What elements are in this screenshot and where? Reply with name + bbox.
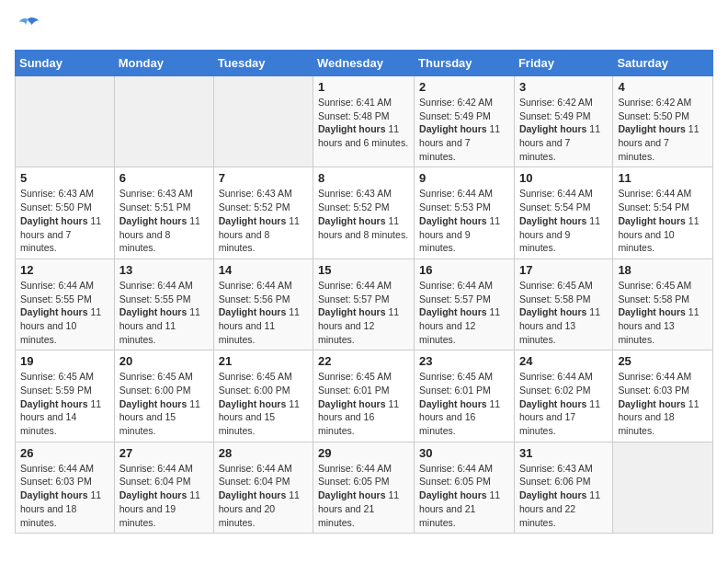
day-info: Sunrise: 6:44 AMSunset: 5:54 PMDaylight … bbox=[519, 187, 608, 254]
day-number: 28 bbox=[219, 446, 308, 460]
day-number: 6 bbox=[119, 171, 209, 185]
calendar-cell: 5Sunrise: 6:43 AMSunset: 5:50 PMDaylight… bbox=[16, 167, 115, 259]
day-number: 7 bbox=[219, 171, 308, 185]
day-info: Sunrise: 6:45 AMSunset: 6:00 PMDaylight … bbox=[119, 370, 209, 437]
calendar-cell: 26Sunrise: 6:44 AMSunset: 6:03 PMDayligh… bbox=[16, 442, 115, 533]
day-number: 13 bbox=[119, 263, 209, 277]
day-number: 25 bbox=[618, 354, 708, 368]
page-header bbox=[15, 15, 713, 40]
day-number: 9 bbox=[419, 171, 509, 185]
day-number: 10 bbox=[519, 171, 608, 185]
day-info: Sunrise: 6:44 AMSunset: 5:56 PMDaylight … bbox=[219, 279, 308, 346]
day-number: 23 bbox=[419, 354, 509, 368]
day-number: 4 bbox=[618, 80, 708, 94]
day-info: Sunrise: 6:44 AMSunset: 6:04 PMDaylight … bbox=[119, 462, 209, 529]
day-of-week-header: Saturday bbox=[613, 51, 713, 76]
calendar-cell: 21Sunrise: 6:45 AMSunset: 6:00 PMDayligh… bbox=[213, 350, 313, 442]
calendar-cell: 22Sunrise: 6:45 AMSunset: 6:01 PMDayligh… bbox=[313, 350, 414, 442]
calendar-cell: 14Sunrise: 6:44 AMSunset: 5:56 PMDayligh… bbox=[213, 259, 313, 350]
calendar-cell bbox=[114, 76, 213, 167]
day-number: 27 bbox=[119, 446, 209, 460]
logo-bird-icon bbox=[15, 15, 40, 40]
calendar-cell: 12Sunrise: 6:44 AMSunset: 5:55 PMDayligh… bbox=[16, 259, 115, 350]
calendar-cell: 3Sunrise: 6:42 AMSunset: 5:49 PMDaylight… bbox=[514, 76, 612, 167]
day-info: Sunrise: 6:41 AMSunset: 5:48 PMDaylight … bbox=[318, 96, 409, 150]
calendar-week-row: 19Sunrise: 6:45 AMSunset: 5:59 PMDayligh… bbox=[16, 350, 713, 442]
day-info: Sunrise: 6:44 AMSunset: 6:05 PMDaylight … bbox=[318, 462, 409, 529]
calendar-cell: 16Sunrise: 6:44 AMSunset: 5:57 PMDayligh… bbox=[415, 259, 515, 350]
day-number: 14 bbox=[219, 263, 308, 277]
day-info: Sunrise: 6:45 AMSunset: 6:01 PMDaylight … bbox=[318, 370, 409, 437]
day-info: Sunrise: 6:42 AMSunset: 5:50 PMDaylight … bbox=[618, 96, 708, 163]
day-of-week-header: Friday bbox=[514, 51, 612, 76]
day-number: 1 bbox=[318, 80, 409, 94]
calendar-cell: 19Sunrise: 6:45 AMSunset: 5:59 PMDayligh… bbox=[16, 350, 115, 442]
day-info: Sunrise: 6:44 AMSunset: 5:53 PMDaylight … bbox=[419, 187, 509, 254]
day-info: Sunrise: 6:44 AMSunset: 5:55 PMDaylight … bbox=[20, 279, 109, 346]
day-info: Sunrise: 6:43 AMSunset: 6:06 PMDaylight … bbox=[519, 462, 608, 529]
calendar-cell bbox=[213, 76, 313, 167]
calendar-cell: 15Sunrise: 6:44 AMSunset: 5:57 PMDayligh… bbox=[313, 259, 414, 350]
day-number: 8 bbox=[318, 171, 409, 185]
day-info: Sunrise: 6:42 AMSunset: 5:49 PMDaylight … bbox=[419, 96, 509, 163]
calendar-cell: 8Sunrise: 6:43 AMSunset: 5:52 PMDaylight… bbox=[313, 167, 414, 259]
calendar-table: SundayMondayTuesdayWednesdayThursdayFrid… bbox=[15, 50, 713, 534]
day-number: 18 bbox=[618, 263, 708, 277]
day-number: 20 bbox=[119, 354, 209, 368]
day-number: 22 bbox=[318, 354, 409, 368]
calendar-cell: 30Sunrise: 6:44 AMSunset: 6:05 PMDayligh… bbox=[415, 442, 515, 533]
day-number: 16 bbox=[419, 263, 509, 277]
day-of-week-header: Sunday bbox=[16, 51, 115, 76]
day-number: 5 bbox=[20, 171, 109, 185]
day-info: Sunrise: 6:42 AMSunset: 5:49 PMDaylight … bbox=[519, 96, 608, 163]
day-info: Sunrise: 6:45 AMSunset: 6:00 PMDaylight … bbox=[219, 370, 308, 437]
day-of-week-header: Wednesday bbox=[313, 51, 414, 76]
calendar-cell: 20Sunrise: 6:45 AMSunset: 6:00 PMDayligh… bbox=[114, 350, 213, 442]
day-info: Sunrise: 6:43 AMSunset: 5:51 PMDaylight … bbox=[119, 187, 209, 254]
calendar-week-row: 12Sunrise: 6:44 AMSunset: 5:55 PMDayligh… bbox=[16, 259, 713, 350]
day-of-week-header: Tuesday bbox=[213, 51, 313, 76]
day-info: Sunrise: 6:44 AMSunset: 6:04 PMDaylight … bbox=[219, 462, 308, 529]
day-number: 15 bbox=[318, 263, 409, 277]
day-of-week-header: Thursday bbox=[415, 51, 515, 76]
calendar-week-row: 26Sunrise: 6:44 AMSunset: 6:03 PMDayligh… bbox=[16, 442, 713, 533]
calendar-cell: 7Sunrise: 6:43 AMSunset: 5:52 PMDaylight… bbox=[213, 167, 313, 259]
calendar-cell: 24Sunrise: 6:44 AMSunset: 6:02 PMDayligh… bbox=[514, 350, 612, 442]
day-number: 2 bbox=[419, 80, 509, 94]
day-info: Sunrise: 6:45 AMSunset: 5:59 PMDaylight … bbox=[20, 370, 109, 437]
calendar-cell: 25Sunrise: 6:44 AMSunset: 6:03 PMDayligh… bbox=[613, 350, 713, 442]
day-info: Sunrise: 6:45 AMSunset: 5:58 PMDaylight … bbox=[618, 279, 708, 346]
day-number: 29 bbox=[318, 446, 409, 460]
calendar-week-row: 1Sunrise: 6:41 AMSunset: 5:48 PMDaylight… bbox=[16, 76, 713, 167]
day-number: 24 bbox=[519, 354, 608, 368]
day-of-week-header: Monday bbox=[114, 51, 213, 76]
day-number: 11 bbox=[618, 171, 708, 185]
calendar-cell: 2Sunrise: 6:42 AMSunset: 5:49 PMDaylight… bbox=[415, 76, 515, 167]
logo bbox=[15, 15, 44, 40]
calendar-cell: 29Sunrise: 6:44 AMSunset: 6:05 PMDayligh… bbox=[313, 442, 414, 533]
day-info: Sunrise: 6:44 AMSunset: 5:57 PMDaylight … bbox=[318, 279, 409, 346]
day-info: Sunrise: 6:44 AMSunset: 5:57 PMDaylight … bbox=[419, 279, 509, 346]
day-number: 30 bbox=[419, 446, 509, 460]
calendar-cell: 18Sunrise: 6:45 AMSunset: 5:58 PMDayligh… bbox=[613, 259, 713, 350]
day-number: 17 bbox=[519, 263, 608, 277]
calendar-cell: 28Sunrise: 6:44 AMSunset: 6:04 PMDayligh… bbox=[213, 442, 313, 533]
day-number: 31 bbox=[519, 446, 608, 460]
day-info: Sunrise: 6:45 AMSunset: 6:01 PMDaylight … bbox=[419, 370, 509, 437]
calendar-cell bbox=[613, 442, 713, 533]
calendar-cell: 11Sunrise: 6:44 AMSunset: 5:54 PMDayligh… bbox=[613, 167, 713, 259]
calendar-cell: 27Sunrise: 6:44 AMSunset: 6:04 PMDayligh… bbox=[114, 442, 213, 533]
day-info: Sunrise: 6:43 AMSunset: 5:50 PMDaylight … bbox=[20, 187, 109, 254]
day-number: 12 bbox=[20, 263, 109, 277]
day-info: Sunrise: 6:44 AMSunset: 6:05 PMDaylight … bbox=[419, 462, 509, 529]
day-info: Sunrise: 6:45 AMSunset: 5:58 PMDaylight … bbox=[519, 279, 608, 346]
calendar-cell bbox=[16, 76, 115, 167]
calendar-cell: 10Sunrise: 6:44 AMSunset: 5:54 PMDayligh… bbox=[514, 167, 612, 259]
calendar-cell: 4Sunrise: 6:42 AMSunset: 5:50 PMDaylight… bbox=[613, 76, 713, 167]
day-number: 21 bbox=[219, 354, 308, 368]
day-info: Sunrise: 6:44 AMSunset: 6:03 PMDaylight … bbox=[20, 462, 109, 529]
calendar-cell: 6Sunrise: 6:43 AMSunset: 5:51 PMDaylight… bbox=[114, 167, 213, 259]
day-info: Sunrise: 6:44 AMSunset: 5:54 PMDaylight … bbox=[618, 187, 708, 254]
day-info: Sunrise: 6:44 AMSunset: 6:03 PMDaylight … bbox=[618, 370, 708, 437]
day-info: Sunrise: 6:43 AMSunset: 5:52 PMDaylight … bbox=[318, 187, 409, 241]
